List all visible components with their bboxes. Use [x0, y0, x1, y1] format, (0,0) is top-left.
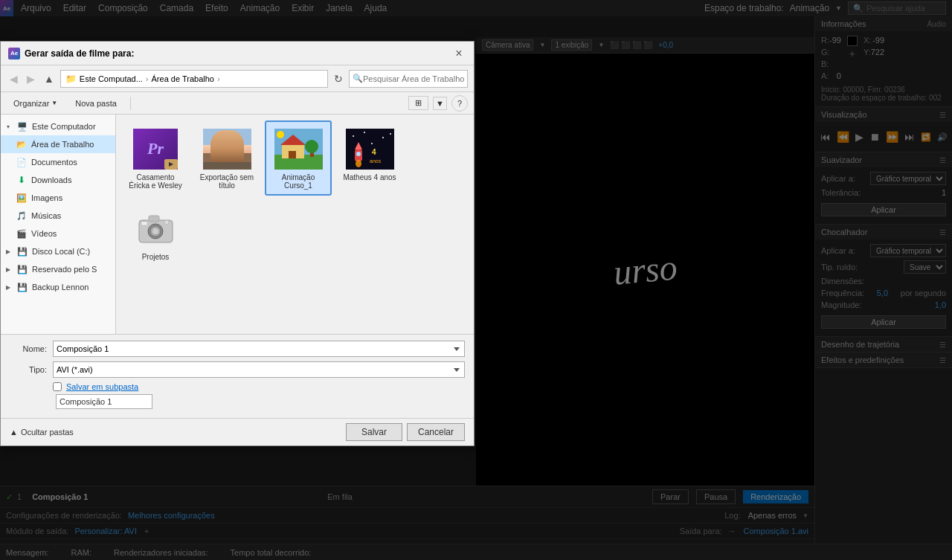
dialog-close-btn[interactable]: × [451, 46, 466, 61]
svg-rect-27 [149, 216, 159, 222]
organize-btn[interactable]: Organizar ▼ [7, 97, 64, 110]
sidebar-item-musicas[interactable]: 🎵 Músicas [1, 207, 115, 225]
file-thumb-exportacao [201, 126, 253, 171]
dialog-overlay: Ae Gerar saída de filme para: × ◀ ▶ ▲ 📁 … [0, 0, 952, 560]
sidebar-label-backup: Backup Lennon [32, 283, 89, 292]
form-subpath-row [53, 394, 465, 409]
svg-point-25 [152, 228, 158, 234]
nav-up-btn[interactable]: ▲ [41, 71, 57, 86]
svg-rect-26 [141, 222, 147, 225]
cancel-btn[interactable]: Cancelar [407, 423, 465, 441]
addr-search-input[interactable] [363, 74, 466, 83]
addr-search-box: 🔍 [349, 70, 468, 88]
dialog-titlebar: Ae Gerar saída de filme para: × [1, 42, 474, 65]
matheus-thumb-svg: 4 anos [346, 129, 394, 170]
file-thumb-casamento: Pr ▶ [129, 126, 181, 171]
form-name-select[interactable]: Composição 1 [53, 341, 465, 357]
svg-point-7 [277, 131, 284, 138]
svg-point-10 [364, 132, 365, 133]
svg-text:anos: anos [370, 158, 382, 164]
hide-folders-label: Ocultar pastas [21, 428, 74, 437]
sidebar-item-downloads[interactable]: ⬇ Downloads [1, 171, 115, 189]
dialog-content: ▾ 🖥️ Este Computador 📂 Área de Trabalho … [1, 115, 474, 334]
sidebar-item-disco-local[interactable]: ▶ 💾 Disco Local (C:) [1, 242, 115, 260]
addr-sep2: › [217, 74, 220, 83]
sidebar-item-imagens[interactable]: 🖼️ Imagens [1, 189, 115, 207]
view-dropdown-btn[interactable]: ▼ [433, 97, 447, 110]
dialog-footer: ▲ Ocultar pastas Salvar Cancelar [1, 418, 474, 445]
sidebar-item-documentos[interactable]: 📄 Documentos [1, 153, 115, 171]
dialog-sidebar: ▾ 🖥️ Este Computador 📂 Área de Trabalho … [1, 115, 116, 334]
svg-point-12 [390, 133, 391, 135]
action-buttons: Salvar Cancelar [346, 423, 465, 441]
svg-point-28 [164, 220, 169, 225]
form-type-select[interactable]: AVI (*.avi) QuickTime (*.mov) MP4 (*.mp4… [53, 361, 465, 378]
file-item-animacao-curso[interactable]: AnimaçãoCurso_1 [265, 120, 332, 196]
expand-icon-disco: ▶ [4, 247, 13, 256]
file-item-casamento[interactable]: Pr ▶ CasamentoÉricka e Wesley [122, 120, 189, 196]
addr-sep1: › [146, 74, 149, 83]
sidebar-item-area-trabalho[interactable]: 📂 Área de Trabalho [1, 135, 115, 153]
subpath-input[interactable] [56, 394, 152, 409]
dialog-file-area: Pr ▶ CasamentoÉricka e Wesley [116, 115, 474, 334]
drive-c-icon: 💾 [16, 245, 28, 257]
file-item-matheus[interactable]: 4 anos Matheus 4 anos [336, 120, 403, 196]
view-btn[interactable]: ⊞ [408, 96, 428, 110]
sidebar-item-reservado[interactable]: ▶ 💾 Reservado pelo S [1, 260, 115, 278]
svg-point-19 [356, 160, 361, 167]
organize-dropdown-icon: ▼ [51, 100, 57, 106]
svg-point-18 [356, 152, 361, 156]
file-thumb-animacao [272, 126, 324, 171]
nav-back-btn[interactable]: ◀ [7, 71, 21, 86]
svg-rect-4 [289, 151, 296, 158]
dialog-title-text: Gerar saída de filme para: [25, 48, 134, 59]
file-label-matheus: Matheus 4 anos [343, 173, 396, 181]
download-icon: ⬇ [16, 174, 28, 186]
dialog-title-left: Ae Gerar saída de filme para: [8, 48, 134, 59]
sidebar-item-videos[interactable]: 🎬 Vídeos [1, 225, 115, 242]
form-type-label: Tipo: [10, 365, 47, 374]
address-path-box[interactable]: 📁 Este Computad... › Área de Trabalho › [60, 70, 328, 88]
document-icon: 📄 [16, 156, 28, 168]
ae-icon: Ae [8, 48, 20, 59]
sidebar-label-area-trabalho: Área de Trabalho [31, 140, 94, 149]
form-checkbox-row: Salvar em subpasta [53, 382, 465, 391]
sidebar-item-este-computador[interactable]: ▾ 🖥️ Este Computador [1, 118, 115, 135]
music-icon: 🎵 [16, 210, 28, 222]
form-name-label: Nome: [10, 344, 47, 353]
file-dialog: Ae Gerar saída de filme para: × ◀ ▶ ▲ 📁 … [0, 41, 475, 446]
help-btn[interactable]: ? [451, 95, 468, 112]
svg-point-11 [382, 137, 384, 138]
file-thumb-projetos [129, 206, 181, 251]
svg-point-13 [371, 143, 373, 144]
addr-path-part1: Este Computad... [80, 74, 143, 83]
ae-app: Ae Arquivo Editar Composição Camada Efei… [0, 0, 952, 560]
file-item-projetos[interactable]: Projetos [122, 200, 189, 267]
save-btn[interactable]: Salvar [346, 423, 402, 441]
sidebar-label-musicas: Músicas [31, 211, 61, 220]
file-label-casamento: CasamentoÉricka e Wesley [129, 173, 182, 190]
nav-forward-btn[interactable]: ▶ [24, 71, 38, 86]
sidebar-label-downloads: Downloads [31, 176, 71, 184]
save-subpasta-checkbox[interactable] [53, 382, 62, 391]
premiere-logo-casamento: Pr [147, 139, 164, 158]
image-icon: 🖼️ [16, 192, 28, 204]
file-item-exportacao[interactable]: Exportação semtítulo [193, 120, 260, 196]
svg-point-6 [305, 140, 318, 153]
dialog-addressbar: ◀ ▶ ▲ 📁 Este Computad... › Área de Traba… [1, 65, 474, 92]
form-name-row: Nome: Composição 1 [10, 341, 465, 357]
new-folder-btn[interactable]: Nova pasta [68, 97, 123, 110]
file-thumb-matheus: 4 anos [344, 126, 396, 171]
addr-refresh-btn[interactable]: ↻ [331, 71, 346, 86]
expand-icon-computador: ▾ [4, 122, 13, 131]
file-label-animacao-curso: AnimaçãoCurso_1 [282, 173, 315, 190]
expand-icon-reservado: ▶ [4, 265, 13, 274]
drive-s-icon: 💾 [16, 263, 28, 275]
save-subpasta-label[interactable]: Salvar em subpasta [66, 382, 138, 391]
svg-point-9 [353, 135, 354, 137]
hide-folders-btn[interactable]: ▲ Ocultar pastas [10, 428, 74, 437]
folder-open-icon: 📂 [16, 138, 28, 150]
sidebar-item-backup[interactable]: ▶ 💾 Backup Lennon [1, 278, 115, 296]
sidebar-label-disco-local: Disco Local (C:) [32, 247, 90, 256]
sidebar-label-videos: Vídeos [31, 229, 57, 238]
